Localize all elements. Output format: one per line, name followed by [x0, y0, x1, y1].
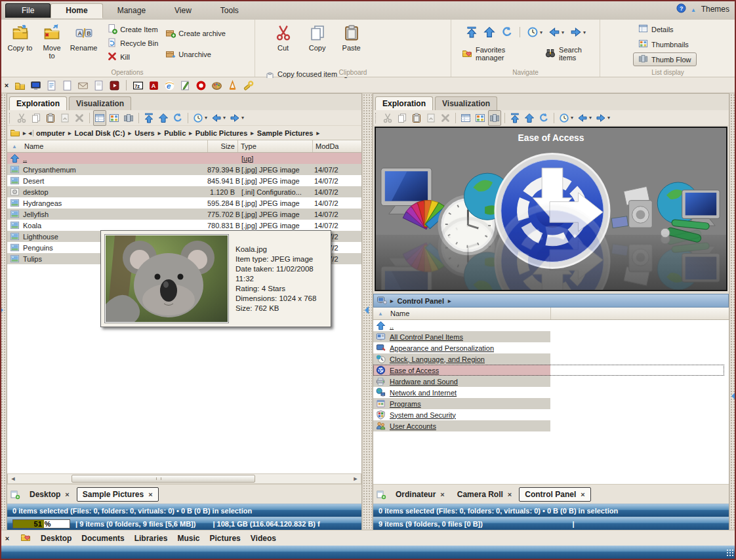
go-top-button[interactable]: [142, 110, 155, 126]
close-toolbar-icon[interactable]: ×: [4, 535, 10, 542]
dropdown-caret-icon[interactable]: ▾: [540, 30, 542, 35]
history-button[interactable]: ▾: [525, 24, 544, 40]
dropdown-caret-icon[interactable]: ▾: [589, 115, 592, 121]
view-flow-button[interactable]: [122, 110, 135, 126]
unarchive-button[interactable]: Unarchive: [165, 49, 226, 60]
acrobat-app-icon[interactable]: A: [148, 80, 159, 91]
editor-app-icon[interactable]: [180, 80, 191, 91]
new-tab-button[interactable]: [376, 489, 386, 500]
folder-tab-control-panel[interactable]: Control Panel×: [519, 487, 590, 502]
file-row-hydrangeas[interactable]: Hydrangeas595.284 B[.jpg] JPEG image14/0…: [7, 197, 361, 209]
copy-button[interactable]: Copy: [301, 22, 333, 69]
refresh-button[interactable]: [171, 110, 184, 126]
close-tab-icon[interactable]: ×: [581, 490, 584, 498]
favorite-link-videos[interactable]: Videos: [251, 534, 276, 543]
archiver-app-icon[interactable]: [14, 80, 26, 91]
go-top-button[interactable]: [464, 24, 479, 40]
breadcrumb-item-public-pictures[interactable]: Public Pictures: [195, 129, 248, 137]
dropdown-caret-icon[interactable]: ▾: [562, 30, 564, 35]
refresh-button[interactable]: [500, 24, 514, 40]
dropdown-caret-icon[interactable]: ▾: [571, 115, 573, 121]
text-file-app-icon[interactable]: [62, 80, 73, 91]
display-app-icon[interactable]: [30, 80, 41, 91]
view-thumbnails-button[interactable]: [108, 110, 121, 126]
control-panel-row-all-control-panel-items[interactable]: All Control Panel Items: [373, 331, 729, 342]
horizontal-scrollbar[interactable]: ◄ ►: [7, 473, 361, 484]
pane-tab-visualization[interactable]: Visualization: [69, 96, 131, 110]
delete-button[interactable]: [73, 110, 86, 126]
view-thumbnails-button[interactable]: [474, 110, 487, 126]
ribbon-tab-file[interactable]: File: [5, 3, 51, 18]
dropdown-caret-icon[interactable]: ▾: [607, 115, 610, 121]
left-edge-splitter[interactable]: [0, 93, 7, 530]
forward-button[interactable]: ▾: [569, 24, 587, 40]
breadcrumb-item-users[interactable]: Users: [134, 129, 155, 137]
breadcrumb-item-control-panel[interactable]: Control Panel: [397, 297, 445, 305]
toolbar-grip[interactable]: [9, 113, 12, 123]
go-up-button[interactable]: [523, 110, 536, 126]
create-item-button[interactable]: Create Item: [107, 24, 158, 35]
details-view-button[interactable]: Details: [633, 22, 679, 36]
ribbon-tab-home[interactable]: Home: [51, 3, 102, 18]
dropdown-caret-icon[interactable]: ▾: [205, 115, 207, 121]
copy-to-button[interactable]: Copy to: [4, 22, 36, 69]
search-items-button[interactable]: Search items: [545, 46, 598, 62]
recycle-bin-button[interactable]: Recycle Bin: [107, 37, 158, 49]
opera-app-icon[interactable]: [195, 80, 207, 91]
favorite-link-libraries[interactable]: Libraries: [134, 534, 168, 543]
close-tab-icon[interactable]: ×: [65, 490, 69, 498]
pane-tab-exploration[interactable]: Exploration: [9, 96, 67, 110]
column-header-name[interactable]: Name: [22, 140, 207, 152]
ribbon-tab-view[interactable]: View: [160, 4, 206, 18]
breadcrumb-item-public[interactable]: Public: [163, 129, 186, 137]
paste-button[interactable]: Paste: [335, 22, 367, 69]
breadcrumb-item-omputer[interactable]: omputer: [35, 129, 66, 137]
column-header-size[interactable]: Size: [207, 140, 237, 152]
file-row-jellyfish[interactable]: Jellyfish775.702 B[.jpg] JPEG image14/07…: [7, 209, 361, 220]
folder-tab-camera-roll[interactable]: Camera Roll×: [452, 488, 517, 501]
back-button[interactable]: ▾: [210, 110, 227, 126]
go-top-button[interactable]: [508, 110, 521, 126]
control-panel-row-system-and-security[interactable]: System and Security: [373, 409, 729, 420]
folder-tab-ordinateur[interactable]: Ordinateur×: [390, 488, 450, 501]
mail-app-icon[interactable]: [77, 80, 89, 91]
toolbar-grip[interactable]: [375, 113, 378, 123]
thumb-flow-view[interactable]: Ease of Access: [375, 127, 727, 291]
column-header-type[interactable]: Type: [237, 140, 312, 152]
notepad-app-icon[interactable]: [93, 80, 104, 91]
sevenzip-app-icon[interactable]: 7z: [133, 80, 144, 91]
view-details-button[interactable]: [93, 110, 106, 126]
file-special-button[interactable]: [424, 110, 438, 126]
file-row-desert[interactable]: Desert845.941 B[.jpg] JPEG image14/07/2: [7, 175, 361, 186]
history-button[interactable]: ▾: [558, 110, 575, 126]
close-tab-icon[interactable]: ×: [440, 490, 444, 498]
pane-tab-visualization[interactable]: Visualization: [435, 96, 497, 110]
resize-grip[interactable]: [726, 549, 734, 557]
themes-menu[interactable]: Themes: [701, 5, 729, 14]
ribbon-tab-manage[interactable]: Manage: [103, 4, 160, 18]
scrollbar-thumb[interactable]: [72, 475, 255, 483]
dropdown-caret-icon[interactable]: ▾: [241, 115, 244, 121]
history-button[interactable]: ▾: [192, 110, 209, 126]
column-header-name[interactable]: Name: [388, 308, 550, 319]
close-toolbar-icon[interactable]: ×: [3, 82, 10, 89]
favorite-link-music[interactable]: Music: [177, 534, 199, 543]
copy-button[interactable]: [396, 110, 409, 126]
file-row-koala[interactable]: Koala780.831 B[.jpg] JPEG image14/07/2: [7, 220, 361, 231]
scroll-left-icon[interactable]: ◄: [8, 475, 18, 482]
file-row-desktop[interactable]: desktop1.120 B[.ini] Configuratio...14/0…: [7, 186, 361, 197]
close-tab-icon[interactable]: ×: [508, 490, 512, 498]
tweaker-app-icon[interactable]: [243, 80, 254, 91]
favorite-link-desktop[interactable]: Desktop: [41, 534, 72, 543]
refresh-button[interactable]: [537, 110, 550, 126]
new-tab-button[interactable]: [10, 489, 20, 500]
breadcrumb-overflow-icon[interactable]: ◂: [29, 130, 34, 136]
forward-button[interactable]: ▾: [228, 110, 245, 126]
rename-button[interactable]: AB Rename: [68, 22, 100, 69]
move-to-button[interactable]: Move to: [38, 22, 66, 69]
go-up-button[interactable]: [482, 24, 497, 40]
pane-splitter[interactable]: [362, 93, 373, 530]
ribbon-tab-tools[interactable]: Tools: [206, 4, 253, 18]
file-special-button[interactable]: [58, 110, 72, 126]
thumbnails-view-button[interactable]: Thumbnails: [633, 37, 694, 51]
